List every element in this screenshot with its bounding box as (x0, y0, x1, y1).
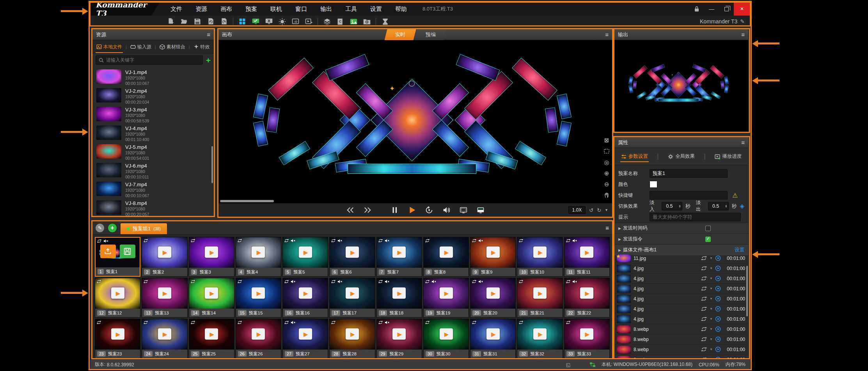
media-row[interactable]: ★ 11.jpg ▼ 00:01:00 (614, 253, 748, 263)
loop-mode-icon[interactable] (701, 327, 707, 332)
media-row[interactable]: 8.webp ▼ 00:01:00 (614, 355, 748, 359)
tile-play-button[interactable]: ▶ (111, 288, 124, 299)
canvas-tab-0[interactable]: 实时 (384, 29, 416, 40)
duration-clock-icon[interactable] (715, 357, 721, 359)
tile-play-button[interactable]: ▶ (440, 288, 453, 299)
selection-icon[interactable] (604, 148, 610, 154)
edit-group-button[interactable]: ✎ (96, 224, 104, 232)
resources-menu-icon[interactable]: ≡ (207, 31, 210, 38)
media-row[interactable]: 4.jpg ▼ 00:01:00 (614, 294, 748, 304)
resource-file-row[interactable]: VJ-6.mp4 1920*1080 00:00:10:011 (96, 163, 214, 182)
loop-dropdown-caret[interactable]: ▼ (710, 267, 713, 270)
preset-tile[interactable]: ▶5 预案5 (282, 237, 328, 277)
menu-item-3[interactable]: 预案 (245, 5, 257, 13)
preset-tile[interactable]: ▶28 预案28 (329, 319, 375, 359)
canvas-layer[interactable] (464, 71, 513, 120)
canvas-layer[interactable] (325, 54, 369, 81)
preset-tile[interactable]: ▶16 预案16 (282, 278, 328, 318)
preset-tile[interactable]: ▶21 预案21 (517, 278, 563, 318)
tile-play-button[interactable]: ▶ (252, 329, 265, 340)
media-row[interactable]: 8.webp ▼ 00:01:00 (614, 324, 748, 334)
close-button[interactable]: × (734, 2, 750, 16)
tile-play-button[interactable]: ▶ (252, 288, 265, 299)
monitor-preview-button[interactable] (476, 206, 485, 214)
resource-file-row[interactable]: VJ-5.mp4 1920*1080 00:00:54:031 (96, 144, 214, 163)
minimize-button[interactable]: — (704, 2, 719, 16)
properties-tab-1[interactable]: 全局效果 (667, 148, 696, 164)
restore-button[interactable] (719, 2, 734, 16)
layers-icon[interactable] (320, 16, 334, 26)
zoom-out-icon[interactable]: ⊖ (604, 181, 609, 187)
tile-play-button[interactable]: ▶ (486, 329, 500, 340)
properties-scrollbar[interactable] (746, 266, 748, 316)
image-quality-icon[interactable] (347, 16, 360, 26)
menu-item-8[interactable]: 设置 (370, 5, 382, 13)
edit-pencil-icon[interactable]: ✎ (740, 18, 745, 25)
preset-tile[interactable]: ▶8 预案8 (423, 237, 469, 277)
fade-out-stepper[interactable]: 0.5▴▾ (708, 202, 729, 210)
loop-dropdown-caret[interactable]: ▼ (710, 256, 713, 260)
loop-dropdown-caret[interactable]: ▼ (710, 317, 713, 321)
display-config-icon[interactable]: :O (289, 16, 302, 26)
fade-in-stepper[interactable]: 0.5▴▾ (662, 202, 682, 210)
duration-clock-icon[interactable] (715, 265, 721, 271)
effect-3d-icon[interactable]: ◈ (740, 203, 744, 210)
tile-play-button[interactable]: ▶ (580, 329, 593, 340)
loop-mode-icon[interactable] (701, 266, 707, 271)
tile-play-button[interactable]: ▶ (392, 329, 406, 340)
expand-status-icon[interactable]: ◱ (566, 362, 570, 367)
duration-clock-icon[interactable] (715, 286, 721, 292)
loop-dropdown-caret[interactable]: ▼ (710, 287, 713, 290)
canvas-layer[interactable] (268, 58, 314, 101)
tile-play-button[interactable]: ▶ (392, 288, 406, 299)
resource-file-row[interactable]: VJ-1.mp4 1920*1080 00:00:10:067 (96, 69, 214, 88)
menu-item-5[interactable]: 窗口 (295, 5, 307, 13)
color-swatch[interactable] (650, 181, 657, 188)
canvas-hscrollbar[interactable] (220, 200, 274, 202)
tile-play-button[interactable]: ▶ (205, 247, 218, 258)
tile-play-button[interactable]: ▶ (440, 247, 453, 258)
zoom-in-icon[interactable]: ⊕ (604, 170, 609, 176)
tile-play-button[interactable]: ▶ (158, 247, 171, 258)
resource-file-row[interactable]: VJ-4.mp4 1920*1080 00:01:10:400 (96, 125, 214, 144)
screen-off-icon[interactable] (262, 16, 275, 26)
canvas-layer[interactable] (253, 94, 268, 119)
resource-file-row[interactable]: VJ-8.mp4 1920*1080 00:00:20:057 (96, 200, 214, 217)
canvas-stage[interactable]: ✦ ⊠ ◎ ⊕ ⊖ (218, 40, 612, 203)
properties-menu-icon[interactable]: ≡ (741, 139, 745, 146)
step-forward-button[interactable] (363, 206, 372, 214)
resources-tab-1[interactable]: 输入源 (130, 41, 152, 53)
loop-mode-icon[interactable] (701, 347, 707, 352)
preset-tile[interactable]: ▶9 预案9 (470, 237, 516, 277)
loop-mode-icon[interactable] (701, 296, 707, 301)
loop-mode-icon[interactable] (701, 306, 707, 311)
resource-file-row[interactable]: VJ-3.mp4 1920*1080 00:00:58:539 (96, 107, 214, 125)
preset-tile[interactable]: ▶6 预案6 (329, 237, 375, 277)
fit-screen-icon[interactable]: ⊠ (604, 137, 609, 143)
canvas-layer[interactable] (545, 107, 558, 132)
tip-input[interactable] (650, 213, 741, 221)
preset-tile[interactable]: ▶30 预案30 (423, 319, 469, 359)
tile-play-button[interactable]: ▶ (580, 288, 593, 299)
redo-icon[interactable] (217, 16, 231, 26)
media-row[interactable]: 8.webp ▼ 00:01:00 (614, 344, 748, 355)
screen-capture-button[interactable] (459, 206, 468, 214)
tile-play-button[interactable]: ▶ (299, 247, 312, 258)
preset-tile[interactable]: ▶33 预案33 (564, 319, 610, 359)
presets-menu-icon[interactable]: ≡ (605, 224, 609, 231)
canvas-layer[interactable] (456, 54, 500, 81)
preset-tile[interactable]: ▶7 预案7 (376, 237, 422, 277)
duration-clock-icon[interactable] (715, 346, 721, 352)
media-row[interactable]: 4.jpg ▼ 00:01:00 (614, 274, 748, 284)
tile-play-button[interactable]: ▶ (111, 329, 124, 340)
canvas-layer[interactable] (253, 121, 268, 147)
new-file-icon[interactable] (164, 16, 178, 26)
preset-tile[interactable]: ▶4 预案4 (236, 237, 281, 277)
add-group-button[interactable]: + (108, 224, 117, 232)
preset-tile[interactable]: ▶22 预案22 (564, 278, 610, 318)
media-row[interactable]: 8.webp ▼ 00:01:00 (614, 334, 748, 344)
loop-dropdown-caret[interactable]: ▼ (710, 297, 713, 300)
preset-tile[interactable]: ▶10 预案10 (517, 237, 563, 277)
media-row[interactable]: 4.jpg ▼ 00:01:00 (614, 263, 748, 274)
properties-tab-2[interactable]: 播放进度 (714, 148, 742, 164)
